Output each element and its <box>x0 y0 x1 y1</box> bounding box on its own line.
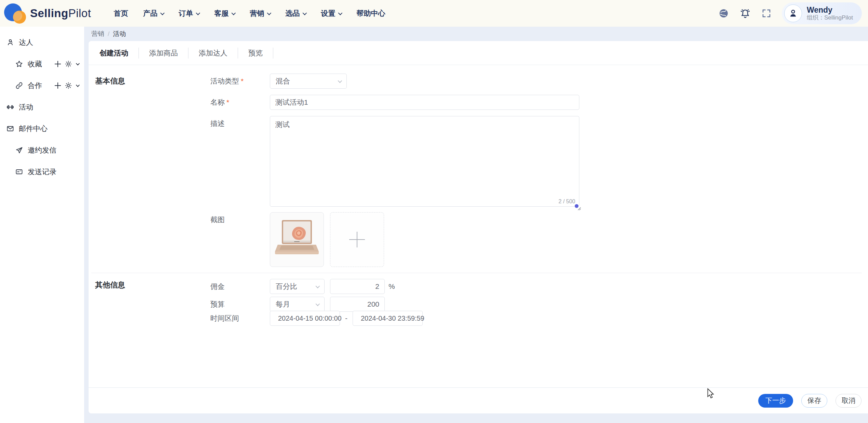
sidebar-item-label: 发送记录 <box>28 167 56 177</box>
nav-label: 首页 <box>114 9 128 18</box>
field-label-screenshot: 截图 <box>210 212 270 225</box>
nav-label: 营销 <box>250 9 264 18</box>
chevron-down-icon <box>338 78 342 83</box>
sidebar-item-label: 收藏 <box>28 59 42 69</box>
user-org: 组织：SellingPilot <box>807 14 853 21</box>
sidebar-item-send-records[interactable]: 发送记录 <box>0 161 84 182</box>
favorites-tools <box>55 60 79 68</box>
org-value: SellingPilot <box>824 14 853 21</box>
field-label-description: 描述 <box>210 116 270 129</box>
gear-icon[interactable] <box>65 60 72 68</box>
brand-light: Pilot <box>68 7 91 20</box>
resize-grip-icon[interactable] <box>574 203 581 211</box>
campaign-type-select[interactable]: 混合 <box>270 74 347 89</box>
breadcrumb-parent[interactable]: 营销 <box>91 29 104 38</box>
logo-mark-icon <box>4 2 27 24</box>
sidebar-item-talents[interactable]: 达人 <box>0 31 84 53</box>
budget-period-select[interactable]: 每月 <box>270 297 325 312</box>
nav-item-settings[interactable]: 设置 <box>321 9 341 18</box>
description-textarea[interactable]: 测试 <box>270 116 579 207</box>
campaign-name-input[interactable] <box>270 95 579 110</box>
user-menu[interactable]: Wendy 组织：SellingPilot <box>782 2 862 24</box>
globe-icon[interactable] <box>718 8 729 19</box>
tab-create-campaign[interactable]: 创建活动 <box>94 48 139 59</box>
field-label-commission: 佣金 <box>210 279 270 294</box>
sidebar: 达人 收藏 合作 <box>0 27 84 423</box>
label-text: 活动类型 <box>210 74 239 89</box>
char-counter: 2 / 500 <box>558 198 575 205</box>
screenshot-thumbnail[interactable] <box>270 212 324 267</box>
main-nav: 首页 产品 订单 客服 营销 选品 设置 帮助中心 <box>114 9 385 18</box>
end-datetime-picker[interactable]: 2024-04-30 23:59:59 <box>353 311 423 326</box>
nav-item-orders[interactable]: 订单 <box>179 9 199 18</box>
chevron-down-icon[interactable] <box>76 61 80 65</box>
nav-item-marketing[interactable]: 营销 <box>250 9 270 18</box>
top-navbar: SellingPilot 首页 产品 订单 客服 营销 选品 设置 帮助中心 <box>0 0 868 27</box>
range-dash: - <box>345 314 347 322</box>
commission-value-input[interactable] <box>330 279 385 294</box>
mail-icon <box>6 125 14 133</box>
section-other-info: 其他信息 <box>95 280 125 290</box>
tab-add-products[interactable]: 添加商品 <box>139 48 188 59</box>
select-value: 百分比 <box>276 282 297 291</box>
start-datetime-picker[interactable]: 2024-04-15 00:00:00 <box>270 311 340 326</box>
upload-button[interactable] <box>330 212 384 267</box>
chevron-down-icon <box>160 11 165 15</box>
commission-unit-select[interactable]: 百分比 <box>270 279 325 294</box>
plus-icon <box>349 232 365 247</box>
sidebar-item-mail-center[interactable]: 邮件中心 <box>0 118 84 139</box>
start-datetime-value: 2024-04-15 00:00:00 <box>278 315 342 322</box>
required-asterisk: * <box>226 95 229 110</box>
tab-preview[interactable]: 预览 <box>238 48 273 59</box>
nav-item-sourcing[interactable]: 选品 <box>285 9 306 18</box>
nav-item-home[interactable]: 首页 <box>114 9 128 18</box>
nav-label: 选品 <box>285 9 300 18</box>
nav-item-service[interactable]: 客服 <box>214 9 235 18</box>
brand-bold: Selling <box>30 7 68 20</box>
chevron-down-icon <box>267 11 272 15</box>
label-text: 名称 <box>210 95 225 110</box>
sidebar-item-invite-send[interactable]: 邀约发信 <box>0 139 84 161</box>
notification-bell-icon[interactable] <box>739 8 751 19</box>
save-button[interactable]: 保存 <box>801 394 827 408</box>
nav-label: 产品 <box>143 9 157 18</box>
field-label-name: 名称* <box>210 95 270 110</box>
brand-text: SellingPilot <box>30 7 91 20</box>
select-value: 混合 <box>276 76 290 86</box>
app-logo[interactable]: SellingPilot <box>4 2 91 24</box>
nav-item-products[interactable]: 产品 <box>143 9 163 18</box>
sidebar-item-label: 邀约发信 <box>28 145 56 155</box>
sidebar-item-label: 达人 <box>19 38 33 47</box>
select-value: 每月 <box>276 299 290 309</box>
sidebar-item-label: 合作 <box>28 81 42 90</box>
tab-add-talents[interactable]: 添加达人 <box>188 48 238 59</box>
gear-icon[interactable] <box>65 82 72 89</box>
nav-item-help-center[interactable]: 帮助中心 <box>356 9 385 18</box>
fullscreen-icon[interactable] <box>761 8 772 18</box>
add-icon[interactable] <box>55 82 61 89</box>
chevron-down-icon <box>316 284 320 288</box>
breadcrumb: 营销 / 活动 <box>91 27 126 41</box>
chevron-down-icon[interactable] <box>76 83 80 87</box>
add-icon[interactable] <box>55 61 61 67</box>
chevron-down-icon <box>316 302 320 306</box>
next-step-button[interactable]: 下一步 <box>758 394 793 408</box>
laptop-image <box>273 219 321 260</box>
sidebar-item-campaigns[interactable]: 活动 <box>0 96 84 118</box>
field-label-time-range: 时间区间 <box>210 311 270 326</box>
sidebar-item-label: 活动 <box>19 102 33 112</box>
cancel-button[interactable]: 取消 <box>836 394 862 408</box>
field-row-time-range: 时间区间 2024-04-15 00:00:00 - 2024-04-30 23… <box>210 311 423 326</box>
budget-value-input[interactable] <box>330 297 385 312</box>
breadcrumb-separator: / <box>108 30 109 38</box>
field-row-type: 活动类型* 混合 <box>210 74 347 89</box>
label-text: 预算 <box>210 297 225 312</box>
field-row-screenshot: 截图 <box>210 212 384 267</box>
navbar-right: Wendy 组织：SellingPilot <box>718 2 862 24</box>
section-basic-info: 基本信息 <box>95 76 125 86</box>
chevron-down-icon <box>303 11 307 15</box>
label-text: 描述 <box>210 118 225 129</box>
sidebar-item-favorites[interactable]: 收藏 <box>0 53 84 75</box>
field-label-budget: 预算 <box>210 297 270 312</box>
sidebar-item-collaborations[interactable]: 合作 <box>0 75 84 96</box>
